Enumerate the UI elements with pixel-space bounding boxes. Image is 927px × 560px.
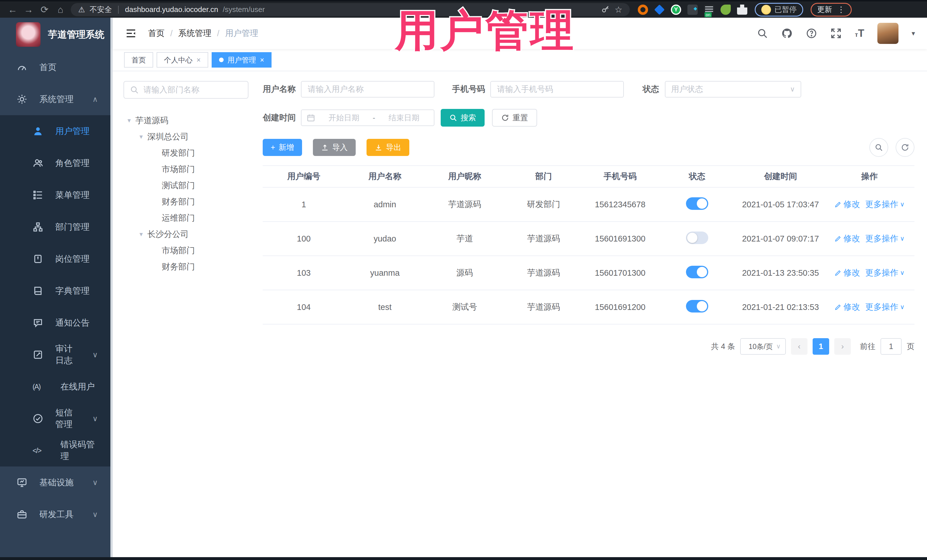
col-actions: 操作: [825, 165, 915, 187]
star-icon[interactable]: ☆: [615, 5, 622, 15]
font-size-icon[interactable]: тT: [855, 27, 864, 39]
sidebar-item-infrastructure[interactable]: 基础设施 ∨: [0, 466, 110, 498]
search-icon[interactable]: [757, 28, 768, 39]
tree-node[interactable]: ▾长沙分公司: [123, 226, 248, 242]
dept-search-input[interactable]: [143, 85, 242, 94]
breadcrumb-home[interactable]: 首页: [148, 28, 164, 39]
sidebar-item-home[interactable]: 首页: [0, 51, 110, 83]
caret-down-icon[interactable]: ▾: [912, 29, 915, 37]
tree-node[interactable]: 运维部门: [123, 210, 248, 226]
more-actions-link[interactable]: 更多操作∨: [865, 301, 904, 313]
status-select[interactable]: 用户状态 ∨: [665, 81, 801, 97]
tab-user-mgmt[interactable]: 用户管理 ×: [212, 52, 272, 68]
sidebar-item-error-code[interactable]: </> 错误码管理: [0, 434, 110, 466]
status-toggle[interactable]: [686, 300, 708, 313]
extension-icon[interactable]: [654, 4, 665, 15]
sidebar-item-post-mgmt[interactable]: 岗位管理: [0, 243, 110, 275]
refresh-table-button[interactable]: [896, 138, 915, 157]
import-button[interactable]: 导入: [313, 139, 356, 156]
edit-link[interactable]: 修改: [834, 267, 860, 279]
sidebar-item-menu-mgmt[interactable]: 菜单管理: [0, 179, 110, 211]
sidebar-item-sms-mgmt[interactable]: 短信管理 ∨: [0, 403, 110, 434]
security-label[interactable]: 不安全: [90, 5, 112, 15]
search-button[interactable]: 搜索: [441, 109, 485, 127]
browser-update-button[interactable]: 更新 ⋮: [811, 3, 852, 17]
username-input[interactable]: [302, 85, 433, 94]
tree-expand-icon[interactable]: ▾: [140, 231, 143, 238]
extensions-puzzle-icon[interactable]: [737, 5, 747, 15]
export-button[interactable]: 导出: [366, 139, 409, 156]
next-page-button[interactable]: ›: [834, 338, 851, 355]
table-header-row: 用户编号 用户名称 用户昵称 部门 手机号码 状态 创建时间 操作: [263, 165, 915, 187]
extension-icon[interactable]: Y: [671, 5, 681, 15]
page-size-select[interactable]: 10条/页 ∨: [740, 338, 786, 355]
back-icon[interactable]: ←: [5, 2, 21, 18]
url-host[interactable]: dashboard.yudao.iocoder.cn: [125, 5, 218, 14]
tree-node[interactable]: 市场部门: [123, 242, 248, 259]
profile-paused-chip[interactable]: 已暂停: [755, 3, 803, 17]
profile-avatar-icon: [761, 5, 771, 15]
browser-menu-icon[interactable]: ⋮: [837, 5, 845, 14]
org-tree-icon: [32, 222, 43, 232]
tree-expand-icon[interactable]: ▾: [128, 117, 131, 124]
tree-node[interactable]: 市场部门: [123, 161, 248, 178]
col-nickname: 用户昵称: [425, 165, 505, 187]
tree-node[interactable]: 财务部门: [123, 259, 248, 275]
prev-page-button[interactable]: ‹: [791, 338, 807, 355]
extension-icon[interactable]: [687, 5, 698, 15]
fullscreen-icon[interactable]: [830, 28, 842, 39]
sidebar: 芋道管理系统 首页 系统管理 ∧ 用户管理 角色管理 菜单管理 部门管理: [0, 18, 112, 557]
page-1-button[interactable]: 1: [813, 338, 829, 355]
status-toggle[interactable]: [686, 197, 708, 210]
sidebar-item-system[interactable]: 系统管理 ∧: [0, 83, 110, 115]
tree-expand-icon[interactable]: ▾: [140, 133, 143, 141]
forward-icon[interactable]: →: [21, 2, 36, 18]
edit-link[interactable]: 修改: [834, 233, 860, 244]
tree-node[interactable]: 研发部门: [123, 145, 248, 161]
tree-node[interactable]: 财务部门: [123, 194, 248, 210]
tree-node[interactable]: 测试部门: [123, 178, 248, 194]
tab-home[interactable]: 首页: [124, 52, 153, 68]
sidebar-item-audit-log[interactable]: 审计日志 ∨: [0, 339, 110, 371]
more-actions-link[interactable]: 更多操作∨: [865, 199, 904, 210]
status-toggle[interactable]: [686, 266, 708, 278]
show-search-button[interactable]: [869, 138, 888, 157]
app-logo[interactable]: 芋道管理系统: [0, 18, 110, 51]
help-icon[interactable]: [806, 28, 817, 39]
url-path[interactable]: /system/user: [223, 5, 265, 14]
extension-icon[interactable]: [638, 5, 648, 15]
status-toggle[interactable]: [686, 232, 708, 244]
sidebar-item-notice[interactable]: 通知公告: [0, 307, 110, 339]
extension-icon[interactable]: [720, 5, 731, 15]
sidebar-item-dept-mgmt[interactable]: 部门管理: [0, 211, 110, 243]
sidebar-item-online-users[interactable]: (A) 在线用户: [0, 371, 110, 403]
tree-node[interactable]: ▾深圳总公司: [123, 129, 248, 145]
reset-button[interactable]: 重置: [492, 109, 537, 127]
edit-link[interactable]: 修改: [834, 199, 860, 210]
sidebar-item-role-mgmt[interactable]: 角色管理: [0, 147, 110, 179]
sidebar-item-dev-tools[interactable]: 研发工具 ∨: [0, 498, 110, 530]
avatar[interactable]: [877, 23, 898, 44]
extension-icon[interactable]: [704, 5, 714, 15]
sidebar-collapse-icon[interactable]: [125, 28, 137, 39]
tab-profile[interactable]: 个人中心 ×: [157, 52, 208, 68]
tree-node[interactable]: ▾芋道源码: [123, 112, 248, 129]
date-range-picker[interactable]: 开始日期 - 结束日期: [301, 109, 435, 126]
more-actions-link[interactable]: 更多操作∨: [865, 267, 904, 279]
sidebar-item-user-mgmt[interactable]: 用户管理: [0, 115, 110, 147]
reload-icon[interactable]: ⟳: [36, 2, 53, 18]
goto-page-input[interactable]: [880, 338, 902, 355]
chevron-down-icon: ∨: [900, 235, 904, 242]
key-icon[interactable]: [601, 5, 610, 14]
home-icon[interactable]: ⌂: [53, 2, 68, 18]
mobile-input[interactable]: [492, 85, 622, 94]
add-user-button[interactable]: + 新增: [263, 139, 302, 156]
breadcrumb-system[interactable]: 系统管理: [178, 28, 211, 39]
address-bar[interactable]: ⚠ 不安全 dashboard.yudao.iocoder.cn /system…: [71, 3, 630, 16]
github-icon[interactable]: [781, 28, 793, 39]
close-icon[interactable]: ×: [196, 56, 201, 64]
more-actions-link[interactable]: 更多操作∨: [865, 233, 904, 244]
edit-link[interactable]: 修改: [834, 301, 860, 313]
sidebar-item-dict-mgmt[interactable]: 字典管理: [0, 275, 110, 307]
close-icon[interactable]: ×: [260, 56, 264, 64]
